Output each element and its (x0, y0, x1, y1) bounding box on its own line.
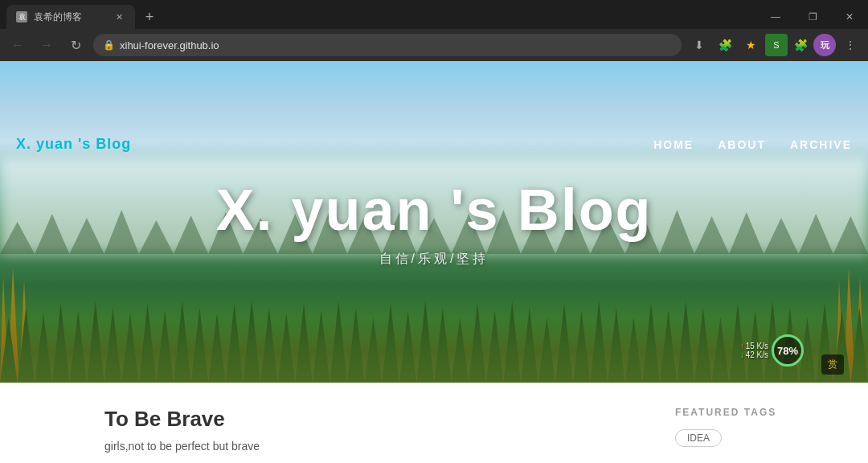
back-button[interactable]: ← (6, 34, 29, 56)
hero-title: X. yuan 's Blog (215, 177, 652, 243)
featured-tags-title: FEATURED TAGS (675, 407, 852, 418)
hero-section: X. yuan 's Blog 自信/乐观/坚持 ↑ 15 K/s ↓ 42 K… (0, 61, 868, 383)
address-bar: ← → ↻ 🔒 xihui-forever.github.io ⬇ 🧩 ★ S … (0, 29, 868, 61)
forward-button[interactable]: → (35, 34, 58, 56)
download-speed: 42 K/s (746, 350, 768, 359)
menu-icon[interactable]: ⋮ (839, 34, 862, 56)
sidebar: FEATURED TAGS IDEA ABOUT ME (675, 407, 852, 463)
new-tab-button[interactable]: + (138, 6, 161, 28)
main-content: To Be Brave girls,not to be perfect but … (0, 383, 868, 463)
window-controls: — ❐ ✕ (757, 2, 868, 31)
maximize-button[interactable]: ❐ (794, 2, 831, 31)
download-arrow-icon: ↓ (740, 350, 744, 359)
lock-icon: 🔒 (103, 39, 115, 51)
nav-link-home[interactable]: HOME (653, 138, 694, 151)
tab-bar: 袁 袁希的博客 ✕ + — ❐ ✕ (0, 0, 868, 29)
puzzle-extension-icon[interactable]: 🧩 (789, 34, 812, 56)
tab-title: 袁希的博客 (34, 10, 82, 24)
posts-area: To Be Brave girls,not to be perfect but … (104, 407, 643, 463)
nav-link-archive[interactable]: ARCHIVE (790, 138, 852, 151)
bookmark-icon[interactable]: ★ (739, 34, 762, 56)
close-tab-button[interactable]: ✕ (113, 10, 125, 23)
upload-stat: ↑ 15 K/s (740, 342, 768, 350)
url-text: xihui-forever.github.io (120, 39, 219, 51)
browser-chrome: 袁 袁希的博客 ✕ + — ❐ ✕ ← → ↻ 🔒 xihui-forever.… (0, 0, 868, 61)
download-icon[interactable]: ⬇ (688, 34, 710, 56)
site-navigation: X. yuan 's Blog HOME ABOUT ARCHIVE (0, 122, 868, 166)
upload-speed: 15 K/s (746, 342, 768, 350)
extensions-group: S 🧩 玩 (765, 34, 836, 56)
nav-links: HOME ABOUT ARCHIVE (653, 138, 852, 151)
speed-extension-icon[interactable]: S (765, 34, 788, 56)
nav-link-about[interactable]: ABOUT (718, 138, 766, 151)
minimize-button[interactable]: — (757, 2, 794, 31)
hero-subtitle: 自信/乐观/坚持 (379, 251, 489, 268)
active-tab[interactable]: 袁 袁希的博客 ✕ (6, 5, 135, 29)
post-title[interactable]: To Be Brave (104, 407, 643, 432)
reload-button[interactable]: ↻ (64, 34, 87, 56)
reward-button[interactable]: 赏 (821, 354, 844, 375)
list-item: To Be Brave girls,not to be perfect but … (104, 407, 643, 463)
toolbar-right: ⬇ 🧩 ★ S 🧩 玩 ⋮ (688, 34, 862, 56)
close-window-button[interactable]: ✕ (831, 2, 868, 31)
post-excerpt: girls,not to be perfect but brave (104, 440, 643, 453)
tag-idea[interactable]: IDEA (675, 429, 722, 447)
extensions-icon[interactable]: 🧩 (714, 34, 736, 56)
network-widget: ↑ 15 K/s ↓ 42 K/s 78% (740, 334, 804, 367)
tab-favicon: 袁 (16, 11, 27, 23)
battery-percent: 78% (772, 334, 804, 367)
site-logo[interactable]: X. yuan 's Blog (16, 136, 131, 153)
download-stat: ↓ 42 K/s (740, 350, 768, 359)
network-stats: ↑ 15 K/s ↓ 42 K/s (740, 342, 768, 359)
website: X. yuan 's Blog HOME ABOUT ARCHIVE X. yu… (0, 61, 868, 463)
profile-icon[interactable]: 玩 (813, 34, 836, 56)
upload-arrow-icon: ↑ (740, 342, 744, 350)
url-bar[interactable]: 🔒 xihui-forever.github.io (93, 34, 682, 56)
